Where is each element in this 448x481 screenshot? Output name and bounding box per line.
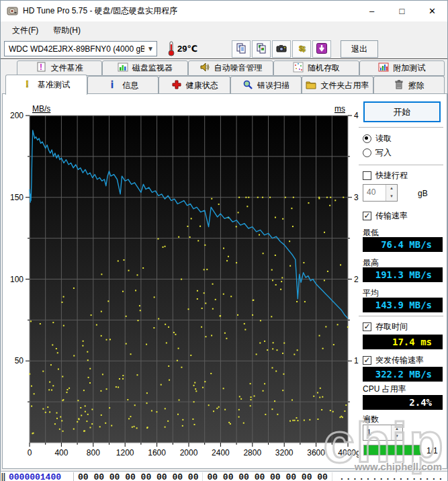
- tab-row-secondary: !文件基准磁盘监视器自动噪音管理随机存取附加测试: [17, 60, 445, 76]
- svg-text:3200: 3200: [275, 448, 294, 457]
- tab-disk-monitor[interactable]: 磁盘监视器: [102, 60, 187, 76]
- hex-bytes: 00 00 00 00 00 00 00 00: [74, 472, 203, 481]
- shortstroke-size-stepper[interactable]: 40 ▲▼: [363, 184, 398, 202]
- write-radio-label: 写入: [375, 147, 392, 159]
- stepper-arrows[interactable]: ▲▼: [391, 425, 402, 440]
- tab-label: 擦除: [408, 80, 424, 91]
- shortstroke-size-value: 40: [363, 185, 386, 201]
- donate-button[interactable]: $$: [292, 40, 311, 58]
- tab-erase[interactable]: 擦除: [373, 76, 445, 94]
- shortstroke-checkbox[interactable]: 快捷行程: [363, 170, 408, 181]
- close-button[interactable]: ✕: [417, 1, 447, 21]
- svg-text:2000: 2000: [180, 448, 198, 457]
- thermometer-icon: [167, 40, 176, 58]
- tab-label: 文件夹占用率: [320, 80, 369, 91]
- svg-text:50: 50: [15, 356, 24, 365]
- hex-status-row: ‖000000140000 00 00 00 00 00 00 0000 00 …: [1, 471, 447, 481]
- svg-text:ms: ms: [334, 104, 345, 114]
- tab-error-scan[interactable]: 错误扫描: [230, 76, 302, 94]
- copy-image-button[interactable]: [252, 40, 271, 58]
- folder-icon: [306, 79, 316, 92]
- tab-label: 自动噪音管理: [214, 62, 263, 74]
- benchmark-chart: 5010015020010203040040080012001600200024…: [3, 94, 359, 468]
- read-radio[interactable]: 读取: [363, 133, 392, 144]
- exit-button[interactable]: 退出: [341, 40, 378, 58]
- temperature-value: 29℃: [177, 44, 197, 54]
- hex-address: 0000001400: [9, 472, 74, 481]
- checkbox-icon: ✓: [363, 356, 371, 365]
- avg-value-display: 143.9 MB/s: [363, 298, 443, 312]
- update-button[interactable]: [312, 40, 331, 58]
- trash-icon: [394, 79, 404, 92]
- radio-icon: [363, 134, 371, 143]
- app-icon: [7, 5, 18, 17]
- access-time-label: 存取时间: [375, 321, 408, 333]
- minimize-button[interactable]: –: [357, 1, 387, 21]
- random-dots-icon: [293, 62, 304, 75]
- progress-bar: [363, 445, 421, 455]
- stepper-arrows[interactable]: ▲▼: [386, 185, 397, 201]
- camera-icon: [276, 43, 287, 56]
- passes-label: 遍数: [363, 414, 379, 425]
- toolbar: WDC WD42EJRX-89BFNY0 (4000 gB) ▼ 29℃ $$ …: [1, 39, 447, 58]
- svg-text:!: !: [40, 62, 42, 72]
- copy-image-icon: [256, 43, 267, 56]
- menu-bar: 文件(F) 帮助(H): [1, 21, 447, 39]
- tab-file-benchmark[interactable]: !文件基准: [17, 60, 102, 76]
- tab-label: 基准测试: [38, 79, 70, 91]
- svg-text:20: 20: [354, 275, 359, 284]
- transfer-rate-checkbox[interactable]: ✓ 传输速率: [363, 210, 408, 222]
- access-time-display: 17.4 ms: [363, 335, 443, 349]
- burst-rate-label: 突发传输速率: [375, 355, 424, 366]
- tab-label: 健康状态: [186, 80, 218, 91]
- benchmark-panel: 5010015020010203040040080012001600200024…: [2, 93, 447, 469]
- health-cross-icon: [171, 79, 182, 92]
- svg-text:2400: 2400: [212, 448, 230, 457]
- write-radio[interactable]: 写入: [363, 147, 392, 159]
- read-radio-label: 读取: [375, 133, 392, 144]
- shortstroke-label: 快捷行程: [375, 170, 408, 181]
- speaker-icon: [199, 62, 210, 75]
- access-time-checkbox[interactable]: ✓ 存取时间: [363, 321, 408, 333]
- title-bar: HD Tune Pro 5.75 - 硬盘/固态硬盘实用程序 – □ ✕: [1, 1, 447, 21]
- svg-text:40: 40: [354, 111, 359, 120]
- passes-stepper[interactable]: 1 ▲▼: [363, 425, 403, 441]
- svg-text:10: 10: [354, 356, 359, 365]
- hex-gutter: ‖: [1, 472, 9, 481]
- start-button[interactable]: 开始: [363, 101, 441, 122]
- checkbox-icon: ✓: [363, 322, 371, 331]
- svg-text:2800: 2800: [243, 448, 261, 457]
- checkbox-icon: ✓: [363, 212, 371, 220]
- svg-text:1200: 1200: [116, 448, 134, 457]
- tab-aam[interactable]: 自动噪音管理: [188, 60, 273, 76]
- separator: [359, 127, 443, 128]
- menu-file[interactable]: 文件(F): [5, 22, 46, 39]
- copy-text-button[interactable]: [232, 40, 251, 58]
- menu-help[interactable]: 帮助(H): [46, 22, 88, 39]
- cpu-usage-display: 2.4%: [363, 395, 443, 410]
- burst-rate-checkbox[interactable]: ✓ 突发传输速率: [363, 355, 424, 366]
- tab-health[interactable]: 健康状态: [159, 76, 230, 94]
- bars-icon: [118, 62, 128, 75]
- tab-info[interactable]: i信息: [87, 76, 159, 94]
- scan-magnifier-icon: [242, 79, 253, 92]
- drive-select[interactable]: WDC WD42EJRX-89BFNY0 (4000 gB) ▼: [4, 41, 157, 56]
- tab-benchmark[interactable]: !基准测试: [5, 75, 87, 95]
- hex-ascii: ................: [332, 472, 445, 481]
- svg-text:0: 0: [28, 448, 32, 457]
- tab-folder-usage[interactable]: 文件夹占用率: [302, 76, 373, 94]
- tab-extra-tests[interactable]: 附加测试: [359, 60, 445, 76]
- download-icon: [316, 43, 327, 56]
- tab-row-primary: !基准测试i信息健康状态错误扫描文件夹占用率擦除: [5, 76, 445, 94]
- screenshot-button[interactable]: [272, 40, 291, 58]
- tab-label: 随机存取: [308, 62, 340, 74]
- transfer-rate-label: 传输速率: [375, 210, 408, 222]
- tab-random-access[interactable]: 随机存取: [273, 60, 359, 76]
- maximize-button[interactable]: □: [387, 1, 417, 21]
- svg-text:30: 30: [354, 193, 359, 202]
- max-value-display: 191.3 MB/s: [363, 267, 443, 282]
- info-icon: i: [107, 79, 118, 92]
- svg-text:$: $: [302, 45, 306, 53]
- dollar-icon: $$: [296, 43, 307, 56]
- separator: [359, 165, 443, 165]
